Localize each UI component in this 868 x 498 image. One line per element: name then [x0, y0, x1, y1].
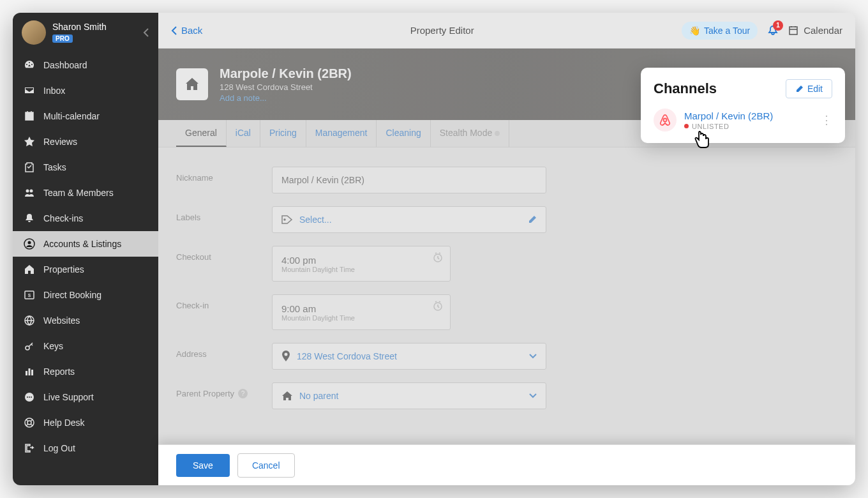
chart-icon: [23, 365, 36, 378]
nav-tasks[interactable]: Tasks: [13, 155, 158, 180]
take-tour-button[interactable]: 👋 Take a Tour: [682, 22, 758, 40]
nav-label: Multi-calendar: [43, 111, 100, 121]
calendar-link[interactable]: Calendar: [788, 25, 842, 36]
nav-label: Reports: [43, 366, 75, 377]
address-select[interactable]: 128 West Cordova Street: [272, 343, 546, 370]
nav-label: Websites: [43, 315, 80, 326]
back-button[interactable]: Back: [171, 25, 202, 36]
nav-team[interactable]: Team & Members: [13, 180, 158, 206]
svg-point-1: [30, 190, 33, 193]
channel-item[interactable]: Marpol / Kevin (2BR) UNLISTED ⋮: [654, 109, 832, 132]
channel-name: Marpol / Kevin (2BR): [684, 110, 813, 121]
save-button[interactable]: Save: [176, 454, 230, 477]
more-icon[interactable]: ⋮: [821, 113, 832, 127]
pin-icon: [281, 351, 290, 362]
nav-properties[interactable]: Properties: [13, 257, 158, 282]
nav-accounts-listings[interactable]: Accounts & Listings: [13, 231, 158, 257]
svg-rect-8: [26, 371, 27, 375]
nav-inbox[interactable]: Inbox: [13, 78, 158, 103]
labels-select[interactable]: Select...: [272, 206, 546, 233]
tour-label: Take a Tour: [704, 26, 750, 36]
channels-edit-button[interactable]: Edit: [786, 79, 832, 98]
nav-label: Dashboard: [43, 60, 87, 70]
svg-text:$: $: [28, 292, 31, 298]
nav-logout[interactable]: Log Out: [13, 435, 158, 461]
svg-rect-9: [29, 368, 31, 375]
pencil-icon: [795, 85, 804, 93]
checkout-input[interactable]: 4:00 pm Mountain Daylight Time: [272, 246, 451, 282]
checkin-input[interactable]: 9:00 am Mountain Daylight Time: [272, 294, 451, 330]
nav-label: Check-ins: [43, 213, 83, 223]
svg-rect-17: [789, 27, 797, 34]
nav-multicalendar[interactable]: Multi-calendar: [13, 103, 158, 129]
calendar-icon: [23, 110, 36, 123]
tab-cleaning[interactable]: Cleaning: [377, 120, 430, 147]
tab-general[interactable]: General: [176, 120, 227, 147]
status-dot-icon: [495, 131, 500, 136]
svg-point-0: [26, 190, 29, 193]
labels-value: Select...: [299, 215, 332, 225]
nav-dashboard[interactable]: Dashboard: [13, 52, 158, 78]
globe-icon: [23, 314, 36, 327]
nav-checkins[interactable]: Check-ins: [13, 206, 158, 231]
nickname-input[interactable]: [272, 167, 546, 193]
status-dot-icon: [684, 124, 689, 128]
nav-label: Direct Booking: [43, 290, 101, 300]
label-labels: Labels: [176, 206, 272, 222]
tab-ical[interactable]: iCal: [227, 120, 260, 147]
home-icon: [184, 76, 200, 93]
clock-icon: [432, 252, 444, 263]
chevron-down-icon: [529, 393, 537, 398]
chevron-left-icon: [171, 26, 177, 35]
nav-helpdesk[interactable]: Help Desk: [13, 410, 158, 435]
tab-management[interactable]: Management: [306, 120, 377, 147]
svg-point-16: [27, 421, 31, 425]
footer-bar: Save Cancel: [158, 444, 855, 485]
svg-point-3: [28, 241, 31, 245]
cal-label: Calendar: [804, 25, 842, 36]
parent-select[interactable]: No parent: [272, 382, 546, 409]
nav-keys[interactable]: Keys: [13, 333, 158, 359]
checkout-time: 4:00 pm: [281, 255, 441, 266]
team-icon: [23, 186, 36, 199]
label-checkin: Check-in: [176, 294, 272, 310]
nav-reviews[interactable]: Reviews: [13, 129, 158, 155]
nav-label: Team & Members: [43, 188, 114, 198]
tab-stealth[interactable]: Stealth Mode: [431, 120, 510, 147]
parent-value: No parent: [299, 391, 338, 401]
checkout-tz: Mountain Daylight Time: [281, 266, 441, 273]
help-icon[interactable]: ?: [238, 389, 248, 398]
channels-title: Channels: [654, 80, 717, 97]
property-address: 128 West Cordova Street: [220, 82, 708, 92]
svg-point-13: [29, 396, 30, 398]
key-icon: [23, 340, 36, 352]
edit-label: Edit: [807, 84, 823, 94]
gauge-icon: [23, 59, 36, 72]
logout-icon: [23, 442, 36, 455]
sidebar: Sharon Smith PRO Dashboard Inbox Multi-c…: [13, 13, 158, 485]
nav-support[interactable]: Live Support: [13, 384, 158, 410]
nav-direct-booking[interactable]: $Direct Booking: [13, 282, 158, 308]
avatar: [22, 20, 46, 45]
add-note-link[interactable]: Add a note...: [220, 93, 708, 103]
nav-label: Inbox: [43, 86, 65, 96]
notifications-button[interactable]: 1: [767, 24, 779, 37]
property-title: Marpole / Kevin (2BR): [220, 66, 708, 81]
label-nickname: Nickname: [176, 167, 272, 183]
nav-label: Reviews: [43, 137, 77, 147]
user-section[interactable]: Sharon Smith PRO: [13, 13, 158, 52]
sidebar-collapse-icon[interactable]: [143, 27, 149, 38]
user-circle-icon: [23, 238, 36, 250]
nav-label: Accounts & Listings: [43, 239, 121, 249]
nav-reports[interactable]: Reports: [13, 359, 158, 384]
label-parent: Parent Property?: [176, 382, 272, 398]
nav-websites[interactable]: Websites: [13, 308, 158, 333]
nav: Dashboard Inbox Multi-calendar Reviews T…: [13, 52, 158, 485]
tag-icon: [281, 215, 293, 224]
cancel-button[interactable]: Cancel: [237, 453, 295, 478]
svg-point-12: [27, 396, 28, 398]
airbnb-icon: [654, 109, 677, 132]
nav-label: Live Support: [43, 392, 94, 402]
tab-pricing[interactable]: Pricing: [260, 120, 306, 147]
channels-panel: Channels Edit Marpol / Kevin (2BR) UNLIS…: [641, 68, 845, 143]
